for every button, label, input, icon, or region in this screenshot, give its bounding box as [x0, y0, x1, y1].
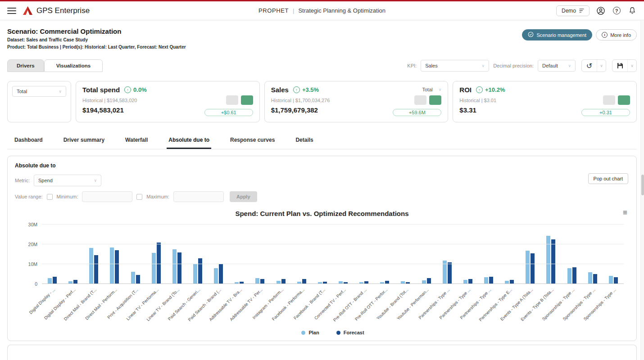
- more-info-label: More info: [610, 32, 631, 38]
- bar-group: [208, 264, 229, 284]
- bar-group: [146, 243, 167, 284]
- chevron-down-icon[interactable]: ∨: [628, 60, 636, 72]
- tab-visualizations[interactable]: Visualizations: [44, 59, 103, 72]
- maximum-input[interactable]: [173, 191, 224, 202]
- bar-forecast[interactable]: [531, 253, 535, 284]
- tab-details[interactable]: Details: [294, 133, 315, 149]
- bar-plan[interactable]: [89, 248, 93, 284]
- bar-toggle-gray[interactable]: [603, 95, 615, 105]
- legend-item-forecast[interactable]: Forecast: [336, 330, 364, 335]
- pop-out-chart-button[interactable]: Pop out chart: [588, 173, 628, 184]
- tab-driver-summary[interactable]: Driver summary: [62, 133, 106, 149]
- kpi-delta: +3.5%: [302, 86, 319, 93]
- bar-forecast[interactable]: [136, 275, 140, 284]
- bar-forecast[interactable]: [94, 255, 98, 284]
- bar-group: [478, 277, 499, 284]
- bar-toggle-green[interactable]: [618, 95, 630, 105]
- total-filter-card: Total ∨: [7, 81, 71, 122]
- bar-forecast[interactable]: [593, 274, 597, 284]
- apply-button[interactable]: Apply: [230, 191, 257, 202]
- bar-group: [562, 267, 582, 284]
- bar-forecast[interactable]: [53, 277, 57, 284]
- bar-forecast[interactable]: [157, 243, 161, 284]
- tab-response-curves[interactable]: Response curves: [228, 133, 277, 149]
- chevron-down-icon[interactable]: ∨: [597, 60, 606, 72]
- tab-waterfall[interactable]: Waterfall: [123, 133, 150, 149]
- bar-group: [104, 248, 125, 284]
- demo-menu-button[interactable]: Demo: [556, 5, 590, 16]
- kpi-title: Total spend: [82, 86, 120, 94]
- bar-forecast[interactable]: [614, 277, 618, 284]
- chart-legend: PlanForecast: [42, 330, 624, 335]
- tab-dashboard[interactable]: Dashboard: [13, 133, 45, 149]
- kpi-label: KPI:: [407, 63, 417, 68]
- bar-group: [125, 272, 146, 284]
- bar-plan[interactable]: [588, 272, 592, 284]
- tab-absolute-due-to[interactable]: Absolute due to: [167, 133, 211, 149]
- kpi-historical: Historical | $1,700,034,276: [271, 98, 330, 103]
- bar-plan[interactable]: [193, 264, 197, 284]
- metric-select[interactable]: Spend ∨: [34, 175, 101, 186]
- bar-group: [83, 248, 104, 284]
- kpi-select[interactable]: Sales ∨: [421, 60, 489, 72]
- scrollbar-thumb[interactable]: [641, 175, 644, 195]
- bar-forecast[interactable]: [219, 264, 223, 284]
- bar-forecast[interactable]: [115, 250, 119, 284]
- minimum-input[interactable]: [82, 191, 132, 202]
- prophet-logo-icon: [23, 6, 33, 15]
- bar-plan[interactable]: [172, 249, 177, 284]
- chart-context-menu-icon[interactable]: ≡: [623, 209, 627, 216]
- bar-plan[interactable]: [131, 272, 135, 284]
- sales-aggregation-select[interactable]: Total ∨: [422, 86, 442, 93]
- bar-forecast[interactable]: [551, 239, 555, 284]
- save-button-group: ∨: [612, 59, 637, 72]
- bar-forecast[interactable]: [177, 252, 181, 284]
- minimum-checkbox[interactable]: [47, 194, 53, 200]
- bar-group: [167, 249, 187, 284]
- more-info-button[interactable]: i More info: [596, 29, 637, 40]
- hamburger-menu-icon[interactable]: [7, 8, 16, 14]
- bar-plan[interactable]: [214, 268, 218, 284]
- delta-up-icon: ↑: [293, 86, 300, 93]
- next-section-card: [7, 345, 637, 360]
- bar-plan[interactable]: [110, 248, 114, 284]
- bar-forecast[interactable]: [489, 277, 493, 284]
- sales-aggregation-value: Total: [422, 87, 433, 92]
- bar-forecast[interactable]: [198, 258, 202, 284]
- bar-toggle-green[interactable]: [429, 95, 441, 105]
- bar-plan[interactable]: [609, 276, 613, 284]
- bar-plan[interactable]: [484, 277, 488, 284]
- undo-icon[interactable]: ↺: [582, 60, 597, 72]
- account-icon[interactable]: [596, 6, 605, 15]
- bar-plan[interactable]: [546, 236, 550, 284]
- bar-plan[interactable]: [526, 251, 530, 284]
- kpi-title: Sales: [271, 86, 289, 94]
- chevron-down-icon: ∨: [482, 63, 485, 68]
- total-select[interactable]: Total ∨: [12, 86, 66, 97]
- legend-dot: [336, 331, 340, 335]
- sort-lines-icon: [579, 8, 584, 14]
- scenario-info: Scenario: Commercial Optimization Datase…: [7, 27, 186, 50]
- vertical-scrollbar[interactable]: [640, 20, 644, 360]
- bar-toggle-gray[interactable]: [414, 95, 426, 105]
- bar-plan[interactable]: [152, 253, 156, 284]
- maximum-checkbox[interactable]: [136, 194, 142, 200]
- save-icon[interactable]: [612, 60, 628, 72]
- help-icon[interactable]: ?: [612, 6, 621, 15]
- bar-forecast[interactable]: [572, 267, 576, 284]
- scenario-management-button[interactable]: Scenario management: [522, 29, 592, 40]
- kpi-title: ROI: [459, 86, 472, 94]
- bar-forecast[interactable]: [448, 262, 452, 284]
- metric-label: Metric:: [15, 178, 30, 183]
- kpi-delta-badge: +0.31: [581, 109, 630, 116]
- legend-label: Plan: [308, 330, 319, 335]
- notifications-bell-icon[interactable]: [628, 6, 637, 15]
- gridline: [42, 224, 624, 225]
- bar-plan[interactable]: [567, 268, 571, 284]
- bar-toggle-green[interactable]: [241, 95, 253, 105]
- bar-toggle-gray[interactable]: [226, 95, 238, 105]
- legend-item-plan[interactable]: Plan: [301, 330, 319, 335]
- tab-drivers[interactable]: Drivers: [7, 59, 44, 72]
- decimal-precision-select[interactable]: Default ∨: [538, 60, 576, 72]
- visualization-tabs: Dashboard Driver summary Waterfall Absol…: [7, 133, 637, 149]
